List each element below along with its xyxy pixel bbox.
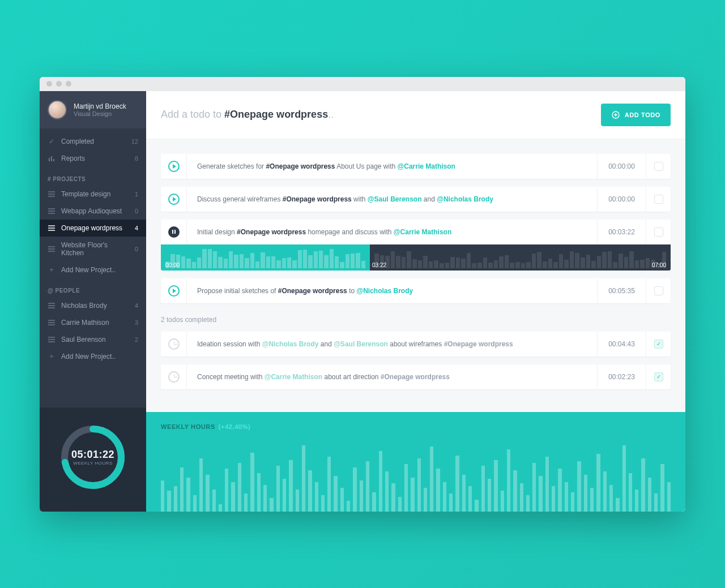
bars-icon [48, 155, 56, 162]
todo-action-cell [161, 332, 187, 357]
todo-check-cell [646, 154, 671, 179]
sidebar-item-person[interactable]: + Add New Project.. [40, 348, 146, 365]
weekly-pct: (+42,40%) [219, 423, 250, 430]
weekly-bar [379, 451, 382, 512]
todo-checkbox[interactable] [654, 195, 663, 204]
sidebar-item-person[interactable]: Carrie Mathison 3 [40, 314, 146, 331]
add-todo-button[interactable]: ADD TODO [601, 104, 671, 126]
weekly-bar [161, 480, 164, 512]
todo-text[interactable]: Discuss general wireframes #Onepage word… [187, 187, 597, 211]
add-todo-prompt[interactable]: Add a todo to #Onepage wordpress.. [161, 109, 334, 121]
sidebar-item-project[interactable]: Website Floor's Kitchen 0 [40, 237, 146, 261]
todo-text[interactable]: Ideation session with @Nicholas Brody an… [187, 332, 597, 356]
play-button[interactable] [168, 194, 180, 205]
weekly-bar [340, 488, 344, 512]
weekly-bar [283, 479, 286, 511]
weekly-bar [391, 483, 395, 511]
sidebar-item-project[interactable]: Webapp Audioquest 0 [40, 203, 146, 220]
todo-action-cell [161, 220, 187, 244]
todo-timeline[interactable]: 00:00 03:2207:00 [161, 244, 671, 271]
weekly-bar [475, 500, 478, 512]
main: Add a todo to #Onepage wordpress.. ADD T… [146, 91, 685, 512]
todo-item: Generate sketches for #Onepage wordpress… [161, 154, 671, 179]
sidebar-item-label: Webapp Audioquest [61, 207, 129, 215]
todo-time: 00:05:35 [597, 278, 646, 303]
todo-text[interactable]: Initial design #Onepage wordpress homepa… [187, 220, 597, 244]
weekly-bar [276, 466, 280, 512]
sidebar-item-count: 4 [135, 225, 138, 231]
window-close-dot[interactable] [46, 81, 52, 87]
weekly-bar [596, 454, 600, 511]
weekly-bar [494, 460, 497, 512]
todo-text[interactable]: Propose initial sketches of #Onepage wor… [187, 279, 597, 303]
weekly-bar [250, 453, 254, 512]
prompt-suffix: .. [328, 109, 334, 120]
weekly-bar [372, 492, 376, 512]
weekly-bar [174, 486, 177, 511]
sidebar-item-label: Completed [61, 138, 126, 145]
weekly-bar [366, 461, 369, 511]
weekly-bar [603, 471, 607, 511]
people-heading: @ PEOPLE [40, 278, 146, 297]
todo-item: Propose initial sketches of #Onepage wor… [161, 278, 671, 303]
todo-check-cell [646, 332, 671, 357]
weekly-bar [641, 458, 645, 512]
weekly-bar [455, 456, 459, 512]
weekly-bar [193, 495, 197, 512]
weekly-bar [667, 482, 671, 512]
weekly-bar [308, 470, 312, 512]
weekly-bar [167, 491, 170, 511]
weekly-bar [302, 445, 305, 512]
weekly-bar [532, 463, 536, 512]
sidebar-item-label: Reports [61, 154, 129, 162]
profile[interactable]: Martijn vd Broeck Visual Design [40, 91, 146, 128]
weekly-bar [315, 482, 318, 512]
timeline-start: 00:00 [165, 262, 180, 268]
play-button[interactable] [168, 285, 180, 297]
prompt-prefix: Add a todo to [161, 109, 224, 120]
todo-text[interactable]: Generate sketches for #Onepage wordpress… [187, 154, 597, 178]
weekly-bar [545, 457, 549, 511]
todo-item-completed: Concept meeting with @Carrie Mathison ab… [161, 364, 671, 389]
pause-button[interactable] [168, 226, 180, 238]
weekly-bar [263, 485, 267, 512]
weekly-bar [296, 490, 299, 512]
weekly-bar [660, 464, 664, 511]
todo-checkbox[interactable] [654, 340, 663, 349]
app-window: Martijn vd Broeck Visual Design ✓ Comple… [40, 77, 685, 512]
weekly-bar [648, 478, 651, 512]
list-icon [48, 208, 56, 214]
sidebar-footer: 05:01:22 WEEKLY HOURS [40, 407, 146, 512]
sidebar-item-person[interactable]: Nicholas Brody 4 [40, 297, 146, 314]
list-icon [48, 225, 56, 231]
weekly-bar [238, 463, 241, 512]
weekly-bar [244, 493, 248, 511]
sidebar-item-label: Template design [61, 190, 129, 198]
sidebar-item-project[interactable]: + Add New Project.. [40, 261, 146, 278]
todo-action-cell [161, 154, 187, 179]
todo-checkbox[interactable] [654, 228, 663, 237]
todo-checkbox[interactable] [654, 372, 663, 381]
sidebar-item-person[interactable]: Saul Berenson 2 [40, 331, 146, 348]
sidebar-item-reports[interactable]: Reports 8 [40, 150, 146, 167]
todo-text[interactable]: Concept meeting with @Carrie Mathison ab… [187, 365, 597, 389]
play-button[interactable] [168, 161, 180, 172]
weekly-bar [488, 479, 491, 511]
weekly-bar [225, 469, 228, 511]
header: Add a todo to #Onepage wordpress.. ADD T… [146, 91, 685, 139]
weekly-bar [321, 495, 325, 512]
todo-checkbox[interactable] [654, 162, 663, 171]
content-area: Generate sketches for #Onepage wordpress… [146, 139, 685, 412]
window-maximize-dot[interactable] [66, 81, 71, 87]
todo-item: Initial design #Onepage wordpress homepa… [161, 220, 671, 244]
weekly-chart [161, 438, 671, 512]
sidebar-item-count: 3 [135, 319, 138, 326]
window-minimize-dot[interactable] [56, 81, 62, 87]
sidebar-item-project[interactable]: Template design 1 [40, 186, 146, 203]
avatar [48, 100, 67, 119]
weekly-bar [270, 498, 273, 511]
sidebar-item-project[interactable]: Onepage wordpress 4 [40, 220, 146, 237]
sidebar-item-completed[interactable]: ✓ Completed 12 [40, 133, 146, 150]
weekly-bar [443, 482, 446, 512]
todo-checkbox[interactable] [654, 286, 663, 295]
